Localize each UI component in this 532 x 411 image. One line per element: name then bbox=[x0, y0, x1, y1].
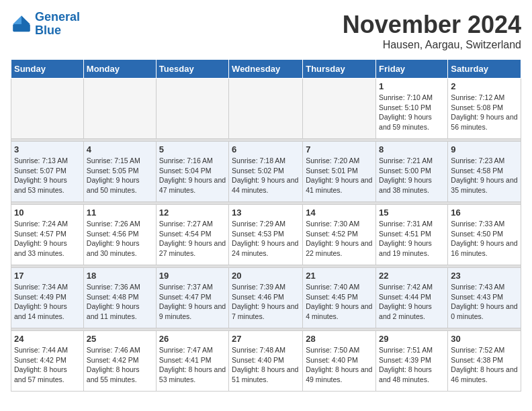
calendar-day: 4 Sunrise: 7:15 AMSunset: 5:05 PMDayligh… bbox=[83, 142, 156, 202]
calendar-day: 29 Sunrise: 7:51 AMSunset: 4:39 PMDaylig… bbox=[376, 331, 448, 392]
calendar-day: 27 Sunrise: 7:48 AMSunset: 4:40 PMDaylig… bbox=[229, 331, 303, 392]
day-number: 30 bbox=[451, 334, 518, 344]
day-number: 5 bbox=[159, 144, 226, 154]
calendar: Sunday Monday Tuesday Wednesday Thursday… bbox=[11, 59, 521, 392]
day-info: Sunrise: 7:20 AMSunset: 5:01 PMDaylight:… bbox=[306, 156, 372, 194]
calendar-day bbox=[83, 79, 156, 139]
calendar-day: 3 Sunrise: 7:13 AMSunset: 5:07 PMDayligh… bbox=[11, 142, 84, 202]
day-info: Sunrise: 7:23 AMSunset: 4:58 PMDaylight:… bbox=[451, 156, 517, 194]
col-monday: Monday bbox=[83, 60, 156, 79]
calendar-day: 24 Sunrise: 7:44 AMSunset: 4:42 PMDaylig… bbox=[11, 331, 84, 392]
calendar-day bbox=[303, 79, 376, 139]
header: General Blue November 2024 Hausen, Aarga… bbox=[11, 11, 521, 51]
day-info: Sunrise: 7:21 AMSunset: 5:00 PMDaylight:… bbox=[379, 156, 433, 194]
day-info: Sunrise: 7:18 AMSunset: 5:02 PMDaylight:… bbox=[232, 156, 298, 194]
calendar-day: 9 Sunrise: 7:23 AMSunset: 4:58 PMDayligh… bbox=[448, 142, 521, 202]
svg-marker-0 bbox=[21, 15, 30, 24]
day-info: Sunrise: 7:39 AMSunset: 4:46 PMDaylight:… bbox=[232, 283, 298, 320]
logo-line2: Blue bbox=[35, 24, 61, 37]
calendar-day: 7 Sunrise: 7:20 AMSunset: 5:01 PMDayligh… bbox=[303, 142, 376, 202]
day-number: 13 bbox=[232, 208, 300, 218]
col-tuesday: Tuesday bbox=[156, 60, 228, 79]
calendar-day: 21 Sunrise: 7:40 AMSunset: 4:45 PMDaylig… bbox=[303, 268, 376, 328]
calendar-week-1: 1 Sunrise: 7:10 AMSunset: 5:10 PMDayligh… bbox=[11, 79, 521, 139]
day-info: Sunrise: 7:46 AMSunset: 4:42 PMDaylight:… bbox=[87, 346, 140, 383]
day-number: 25 bbox=[87, 334, 153, 344]
day-info: Sunrise: 7:43 AMSunset: 4:43 PMDaylight:… bbox=[451, 283, 517, 320]
col-sunday: Sunday bbox=[11, 60, 84, 79]
day-number: 7 bbox=[306, 144, 373, 154]
col-thursday: Thursday bbox=[303, 60, 376, 79]
col-friday: Friday bbox=[376, 60, 448, 79]
day-number: 14 bbox=[306, 208, 373, 218]
month-title: November 2024 bbox=[343, 11, 521, 39]
day-number: 9 bbox=[451, 144, 518, 154]
calendar-day: 10 Sunrise: 7:24 AMSunset: 4:57 PMDaylig… bbox=[11, 205, 84, 265]
day-number: 4 bbox=[87, 144, 153, 154]
calendar-day: 28 Sunrise: 7:50 AMSunset: 4:40 PMDaylig… bbox=[303, 331, 376, 392]
day-number: 27 bbox=[232, 334, 300, 344]
calendar-day: 23 Sunrise: 7:43 AMSunset: 4:43 PMDaylig… bbox=[448, 268, 521, 328]
day-number: 2 bbox=[451, 81, 518, 91]
calendar-day: 11 Sunrise: 7:26 AMSunset: 4:56 PMDaylig… bbox=[83, 205, 156, 265]
calendar-day: 25 Sunrise: 7:46 AMSunset: 4:42 PMDaylig… bbox=[83, 331, 156, 392]
day-number: 15 bbox=[379, 208, 445, 218]
day-info: Sunrise: 7:40 AMSunset: 4:45 PMDaylight:… bbox=[306, 283, 372, 320]
calendar-day: 22 Sunrise: 7:42 AMSunset: 4:44 PMDaylig… bbox=[376, 268, 448, 328]
calendar-week-2: 3 Sunrise: 7:13 AMSunset: 5:07 PMDayligh… bbox=[11, 142, 521, 202]
day-number: 3 bbox=[14, 144, 81, 154]
calendar-day: 16 Sunrise: 7:33 AMSunset: 4:50 PMDaylig… bbox=[448, 205, 521, 265]
calendar-day: 18 Sunrise: 7:36 AMSunset: 4:48 PMDaylig… bbox=[83, 268, 156, 328]
day-number: 29 bbox=[379, 334, 445, 344]
logo-line1: General bbox=[35, 10, 80, 24]
day-info: Sunrise: 7:42 AMSunset: 4:44 PMDaylight:… bbox=[379, 283, 433, 320]
calendar-day: 8 Sunrise: 7:21 AMSunset: 5:00 PMDayligh… bbox=[376, 142, 448, 202]
calendar-day: 5 Sunrise: 7:16 AMSunset: 5:04 PMDayligh… bbox=[156, 142, 228, 202]
day-number: 19 bbox=[159, 271, 226, 281]
day-number: 8 bbox=[379, 144, 445, 154]
logo: General Blue bbox=[11, 11, 80, 38]
day-info: Sunrise: 7:12 AMSunset: 5:08 PMDaylight:… bbox=[451, 93, 517, 131]
day-number: 21 bbox=[306, 271, 373, 281]
day-number: 26 bbox=[159, 334, 226, 344]
day-number: 10 bbox=[14, 208, 81, 218]
day-info: Sunrise: 7:33 AMSunset: 4:50 PMDaylight:… bbox=[451, 220, 517, 257]
logo-text: General Blue bbox=[35, 11, 80, 38]
calendar-day: 20 Sunrise: 7:39 AMSunset: 4:46 PMDaylig… bbox=[229, 268, 303, 328]
day-info: Sunrise: 7:36 AMSunset: 4:48 PMDaylight:… bbox=[87, 283, 140, 320]
logo-icon bbox=[11, 13, 32, 35]
day-info: Sunrise: 7:15 AMSunset: 5:05 PMDaylight:… bbox=[87, 156, 140, 194]
calendar-day bbox=[229, 79, 303, 139]
calendar-day: 14 Sunrise: 7:30 AMSunset: 4:52 PMDaylig… bbox=[303, 205, 376, 265]
day-number: 24 bbox=[14, 334, 81, 344]
day-info: Sunrise: 7:27 AMSunset: 4:54 PMDaylight:… bbox=[159, 220, 226, 257]
day-info: Sunrise: 7:26 AMSunset: 4:56 PMDaylight:… bbox=[87, 220, 140, 257]
calendar-day: 19 Sunrise: 7:37 AMSunset: 4:47 PMDaylig… bbox=[156, 268, 228, 328]
calendar-week-4: 17 Sunrise: 7:34 AMSunset: 4:49 PMDaylig… bbox=[11, 268, 521, 328]
day-number: 22 bbox=[379, 271, 445, 281]
day-number: 20 bbox=[232, 271, 300, 281]
col-saturday: Saturday bbox=[448, 60, 521, 79]
calendar-day bbox=[156, 79, 228, 139]
calendar-day: 15 Sunrise: 7:31 AMSunset: 4:51 PMDaylig… bbox=[376, 205, 448, 265]
day-info: Sunrise: 7:34 AMSunset: 4:49 PMDaylight:… bbox=[14, 283, 68, 320]
day-number: 12 bbox=[159, 208, 226, 218]
day-number: 17 bbox=[14, 271, 81, 281]
day-info: Sunrise: 7:29 AMSunset: 4:53 PMDaylight:… bbox=[232, 220, 298, 257]
day-info: Sunrise: 7:48 AMSunset: 4:40 PMDaylight:… bbox=[232, 346, 298, 383]
day-number: 16 bbox=[451, 208, 518, 218]
calendar-header: Sunday Monday Tuesday Wednesday Thursday… bbox=[11, 60, 521, 79]
day-number: 11 bbox=[87, 208, 153, 218]
day-info: Sunrise: 7:16 AMSunset: 5:04 PMDaylight:… bbox=[159, 156, 226, 194]
day-info: Sunrise: 7:10 AMSunset: 5:10 PMDaylight:… bbox=[379, 93, 433, 131]
calendar-week-5: 24 Sunrise: 7:44 AMSunset: 4:42 PMDaylig… bbox=[11, 331, 521, 392]
day-info: Sunrise: 7:31 AMSunset: 4:51 PMDaylight:… bbox=[379, 220, 433, 257]
day-number: 1 bbox=[379, 81, 445, 91]
calendar-day bbox=[11, 79, 84, 139]
day-info: Sunrise: 7:51 AMSunset: 4:39 PMDaylight:… bbox=[379, 346, 433, 383]
day-info: Sunrise: 7:24 AMSunset: 4:57 PMDaylight:… bbox=[14, 220, 68, 257]
calendar-day: 13 Sunrise: 7:29 AMSunset: 4:53 PMDaylig… bbox=[229, 205, 303, 265]
day-info: Sunrise: 7:50 AMSunset: 4:40 PMDaylight:… bbox=[306, 346, 372, 383]
calendar-day: 26 Sunrise: 7:47 AMSunset: 4:41 PMDaylig… bbox=[156, 331, 228, 392]
day-number: 23 bbox=[451, 271, 518, 281]
